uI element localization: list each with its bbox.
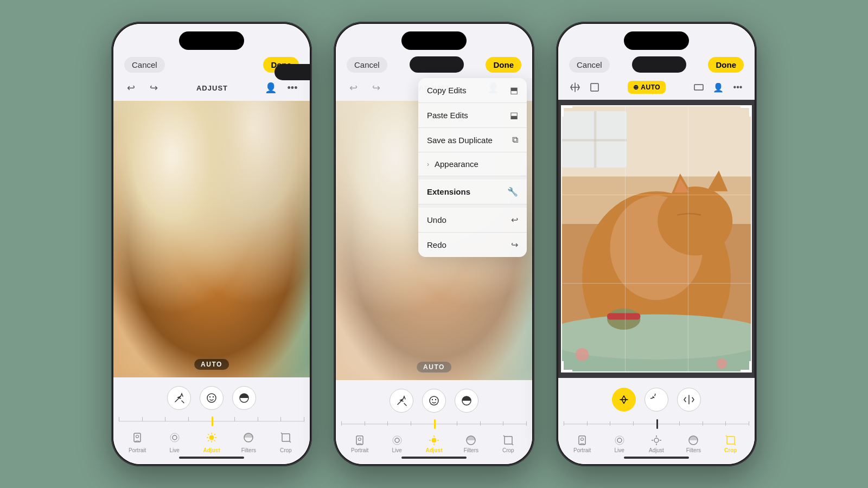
menu-redo[interactable]: Redo ↪ <box>418 233 527 257</box>
slider-thumb-3[interactable] <box>656 419 658 429</box>
home-indicator-2 <box>336 458 532 461</box>
svg-point-69 <box>432 438 436 442</box>
magic-wand-btn-1[interactable] <box>167 386 191 410</box>
nav-tabs-2: Portrait Live Adjust Filters Crop <box>336 432 532 458</box>
tab-filters-2[interactable]: Filters <box>458 434 484 453</box>
auto-button-3[interactable]: ⊕ AUTO <box>628 81 666 94</box>
live-icon-3 <box>614 434 626 446</box>
svg-point-103 <box>654 438 659 442</box>
tab-crop-3[interactable]: Crop <box>718 434 744 453</box>
appearance-label: Appearance <box>435 159 478 169</box>
aspect-icon-3[interactable] <box>691 79 707 95</box>
left-icons-3 <box>567 79 603 95</box>
slider-bar-3[interactable] <box>558 416 755 432</box>
svg-point-27 <box>170 433 179 442</box>
svg-rect-46 <box>338 136 408 138</box>
cancel-button-2[interactable]: Cancel <box>347 57 387 73</box>
svg-rect-0 <box>113 101 310 377</box>
svg-point-8 <box>212 182 286 251</box>
flip-h-btn-3[interactable] <box>612 388 636 412</box>
menu-undo[interactable]: Undo ↩ <box>418 204 527 233</box>
rotate-icon-3 <box>650 394 662 406</box>
svg-point-67 <box>395 438 399 442</box>
tab-live-3[interactable]: Live <box>607 434 633 453</box>
done-button-3[interactable]: Done <box>708 57 744 73</box>
face-btn-2[interactable] <box>422 389 446 413</box>
half-circle-btn-2[interactable] <box>455 389 478 413</box>
slider-track-1 <box>119 421 304 422</box>
cancel-button-3[interactable]: Cancel <box>569 57 610 73</box>
svg-marker-9 <box>226 170 246 190</box>
tab-live-2[interactable]: Live <box>384 434 410 453</box>
slider-track-2 <box>341 423 527 425</box>
dropdown-menu-2: Copy Edits ⬒ Paste Edits ⬓ Save as Dupli… <box>418 78 527 257</box>
photo-area-1: AUTO <box>113 101 310 377</box>
person-icon-3[interactable]: 👤 <box>710 79 726 95</box>
svg-rect-44 <box>338 107 408 165</box>
slider-bar-2[interactable] <box>336 416 532 432</box>
bottom-toolbar-3: Portrait Live Adjust Filters Crop <box>558 378 755 464</box>
rotate-btn-3[interactable] <box>644 388 668 412</box>
menu-extensions[interactable]: Extensions 🔧 <box>418 176 527 204</box>
svg-rect-5 <box>117 136 186 138</box>
menu-copy-edits[interactable]: Copy Edits ⬒ <box>418 78 527 103</box>
filters-icon-3 <box>687 434 699 446</box>
dynamic-island-3 <box>624 31 689 50</box>
tab-filters-3[interactable]: Filters <box>680 434 706 453</box>
undo-icon-2[interactable]: ↩ <box>344 79 362 97</box>
toolbar-title-1: ADJUST <box>196 84 228 92</box>
svg-line-33 <box>208 434 209 435</box>
photo-area-3 <box>558 100 755 378</box>
face-btn-1[interactable] <box>200 386 224 410</box>
tab-filters-1[interactable]: Filters <box>235 432 261 453</box>
appearance-chevron: › <box>427 160 429 168</box>
slider-thumb-2[interactable] <box>434 419 436 429</box>
menu-save-duplicate[interactable]: Save as Duplicate ⧉ <box>418 128 527 152</box>
crop-icon-3 <box>725 434 737 446</box>
tab-adjust-2[interactable]: Adjust <box>421 434 447 453</box>
dynamic-island-pill-1 <box>275 64 310 80</box>
svg-point-15 <box>272 355 284 366</box>
more-icon-1[interactable]: ••• <box>284 79 301 97</box>
tab-crop-1[interactable]: Crop <box>273 432 299 453</box>
person-icon-1[interactable]: 👤 <box>262 79 279 97</box>
home-indicator-1 <box>113 458 310 461</box>
menu-paste-edits[interactable]: Paste Edits ⬓ <box>418 103 527 128</box>
svg-point-22 <box>213 396 214 397</box>
tab-portrait-3[interactable]: Portrait <box>569 434 595 453</box>
live-label-2: Live <box>392 447 401 453</box>
half-circle-btn-1[interactable] <box>232 386 256 410</box>
tab-portrait-2[interactable]: Portrait <box>347 434 373 453</box>
slider-thumb-1[interactable] <box>212 416 213 426</box>
live-icon-1 <box>169 432 181 446</box>
live-label-1: Live <box>169 447 179 453</box>
redo-icon-1[interactable]: ↪ <box>145 79 162 97</box>
rotate-icon-3[interactable] <box>586 79 603 95</box>
portrait-icon-3 <box>576 434 588 446</box>
phone-3: Cancel Done ⊕ AUTO 👤 • <box>556 22 757 466</box>
menu-appearance[interactable]: › Appearance <box>418 152 527 176</box>
flip-h-icon-3 <box>618 394 630 406</box>
filters-label-2: Filters <box>464 447 478 453</box>
tab-live-1[interactable]: Live <box>162 432 188 453</box>
reflect-btn-3[interactable] <box>677 388 701 412</box>
dynamic-island-pill-2 <box>410 56 464 73</box>
save-duplicate-label: Save as Duplicate <box>427 136 493 145</box>
magic-wand-btn-2[interactable] <box>390 389 413 413</box>
cancel-button-1[interactable]: Cancel <box>124 57 165 73</box>
adjust-label-1: Adjust <box>203 447 220 453</box>
slider-bar-1[interactable] <box>113 413 310 429</box>
more-icon-3[interactable]: ••• <box>730 79 746 95</box>
cat-photo-1 <box>113 101 310 377</box>
filters-icon-2 <box>465 434 477 446</box>
tab-portrait-1[interactable]: Portrait <box>124 432 150 453</box>
redo-icon-2[interactable]: ↪ <box>367 79 385 97</box>
tab-adjust-3[interactable]: Adjust <box>643 434 669 453</box>
tab-crop-2[interactable]: Crop <box>495 434 521 453</box>
done-button-2[interactable]: Done <box>486 57 521 73</box>
flip-icon-3[interactable] <box>567 79 583 95</box>
tab-adjust-1[interactable]: Adjust <box>199 432 225 453</box>
undo-icon-1[interactable]: ↩ <box>122 79 139 97</box>
auto-icon-3: ⊕ <box>633 84 639 91</box>
svg-point-17 <box>163 303 197 326</box>
